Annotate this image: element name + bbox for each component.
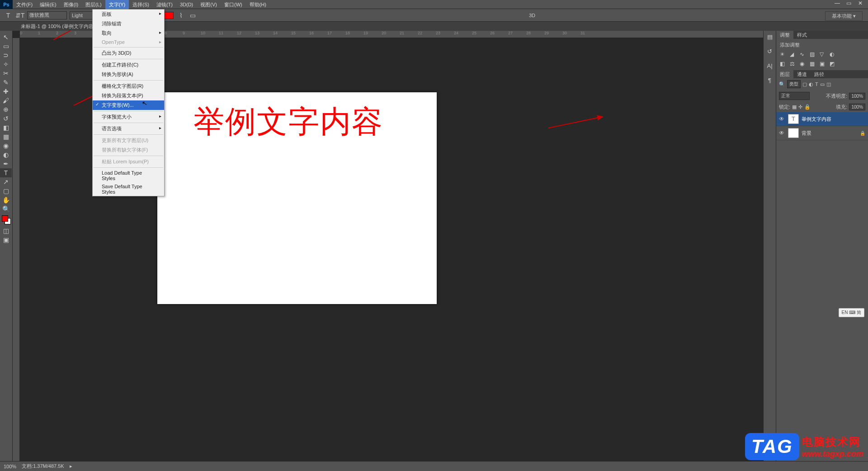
menu-item[interactable]: 消除锯齿 [93,19,164,29]
chevron-right-icon[interactable]: ▸ [70,463,72,469]
eraser-tool[interactable]: ◧ [0,123,12,132]
hue-icon[interactable]: ◐ [830,51,836,58]
ime-indicator[interactable]: EN ⌨ 简 [839,308,864,317]
zoom-tool[interactable]: 🔍 [0,205,12,214]
brightness-icon[interactable]: ☀ [780,51,787,58]
text-tool[interactable]: T [0,168,12,177]
pen-tool[interactable]: ✒ [0,159,12,168]
hand-tool[interactable]: ✋ [0,195,12,205]
tab-adjustments[interactable]: 调整 [776,31,793,39]
menu-item[interactable]: 取向 [93,29,164,38]
blend-mode-select[interactable]: 正常 [779,92,810,100]
paragraph-icon[interactable]: ¶ [766,77,774,85]
menu-item[interactable]: 字体预览大小 [93,112,164,122]
filter-adjust-icon[interactable]: ◐ [809,81,813,87]
menu-item[interactable]: 转换为段落文本(P) [93,91,164,100]
menu-图层[interactable]: 图层(L) [82,0,105,9]
foreground-color[interactable] [2,215,8,222]
channel-mixer-icon[interactable]: ▦ [810,61,816,67]
histogram-icon[interactable]: ▤ [766,33,774,42]
layer-row[interactable]: 👁 背景 🔒 [776,126,868,140]
fill-value[interactable]: 100% [849,104,865,110]
healing-tool[interactable]: ✚ [0,87,12,96]
close-button[interactable]: ✕ [858,0,864,6]
color-picker[interactable] [0,215,12,226]
orientation-icon[interactable]: ⇵T [15,11,24,20]
menu-文件[interactable]: 文件(F) [13,0,36,9]
layer-name[interactable]: 背景 [802,130,811,137]
crop-tool[interactable]: ✂ [0,69,12,78]
move-tool[interactable]: ↖ [0,33,12,42]
menu-item[interactable]: 文字变形(W)... [93,100,164,110]
screen-mode-tool[interactable]: ▣ [0,235,12,244]
tab-channels[interactable]: 通道 [793,70,811,78]
layer-thumbnail[interactable] [788,128,799,138]
lock-all-icon[interactable]: 🔒 [804,104,811,110]
tab-layers[interactable]: 图层 [776,70,793,78]
maximize-button[interactable]: ▭ [846,0,853,6]
marquee-tool[interactable]: ▭ [0,42,12,51]
menu-item[interactable]: 栅格化文字图层(R) [93,81,164,91]
menu-3d[interactable]: 3D(D) [176,0,197,9]
menu-图像[interactable]: 图像(I) [60,0,82,9]
opacity-value[interactable]: 100% [849,93,865,100]
menu-item[interactable]: 创建工作路径(C) [93,60,164,70]
layer-thumbnail[interactable] [788,114,799,124]
font-style-select[interactable]: Light [70,11,93,19]
canvas[interactable]: 举例文字内容 [157,92,437,304]
menu-item[interactable]: 面板 [93,10,164,19]
menu-item[interactable]: Save Default Type Styles [93,182,164,196]
menu-滤镜[interactable]: 滤镜(T) [153,0,176,9]
lookup-icon[interactable]: ▣ [820,61,826,67]
menu-item[interactable]: Load Default Type Styles [93,169,164,182]
history-brush-tool[interactable]: ↺ [0,114,12,123]
exposure-icon[interactable]: ▨ [810,51,816,58]
balance-icon[interactable]: ⚖ [790,61,797,67]
shape-tool[interactable]: ▢ [0,186,12,195]
clone-tool[interactable]: ⊕ [0,105,12,114]
quick-mask-tool[interactable]: ◫ [0,226,12,235]
workspace-selector[interactable]: 基本功能 ▾ [825,11,863,21]
eyedropper-tool[interactable]: ✎ [0,78,12,87]
path-select-tool[interactable]: ↗ [0,177,12,186]
levels-icon[interactable]: ◢ [790,51,797,58]
filter-smart-icon[interactable]: ◫ [826,81,831,87]
visibility-icon[interactable]: 👁 [779,116,785,122]
lock-position-icon[interactable]: ✢ [798,104,802,110]
filter-shape-icon[interactable]: ▭ [820,81,825,87]
filter-kind-select[interactable]: 类型 [787,80,801,88]
magic-wand-tool[interactable]: ✧ [0,60,12,69]
gradient-tool[interactable]: ▦ [0,132,12,141]
layer-name[interactable]: 举例文字内容 [802,116,831,123]
menu-文字[interactable]: 文字(Y) [105,0,129,9]
vibrance-icon[interactable]: ▽ [820,51,826,58]
3d-mode-label[interactable]: 3D [200,13,864,18]
tab-styles[interactable]: 样式 [793,31,811,39]
menu-帮助[interactable]: 帮助(H) [246,0,270,9]
menu-编辑[interactable]: 编辑(E) [36,0,60,9]
panels-toggle-icon[interactable]: ▭ [188,11,197,20]
menu-视图[interactable]: 视图(V) [197,0,221,9]
character-icon[interactable]: A| [766,62,774,71]
minimize-button[interactable]: — [835,0,841,6]
filter-image-icon[interactable]: ▢ [802,81,807,87]
menu-item[interactable]: 转换为形状(A) [93,70,164,79]
bw-icon[interactable]: ◧ [780,61,787,67]
warp-text-icon[interactable]: ⌇ [176,11,185,20]
font-family-select[interactable]: 微软雅黑 [27,11,67,19]
dodge-tool[interactable]: ◐ [0,150,12,159]
visibility-icon[interactable]: 👁 [779,130,785,136]
search-icon[interactable]: 🔍 [779,81,785,87]
layer-row[interactable]: 👁 举例文字内容 [776,112,868,126]
menu-选择[interactable]: 选择(S) [129,0,153,9]
canvas-text-content[interactable]: 举例文字内容 [193,101,383,143]
tab-paths[interactable]: 路径 [811,70,828,78]
menu-item[interactable]: 凸出为 3D(D) [93,48,164,58]
lock-pixels-icon[interactable]: ▦ [792,104,797,110]
invert-icon[interactable]: ◩ [830,61,836,67]
brush-tool[interactable]: 🖌 [0,96,12,105]
curves-icon[interactable]: ∿ [800,51,807,58]
zoom-level[interactable]: 100% [4,464,16,469]
document-info[interactable]: 文档:1.37M/487.5K [22,463,64,470]
photo-filter-icon[interactable]: ◉ [800,61,807,67]
